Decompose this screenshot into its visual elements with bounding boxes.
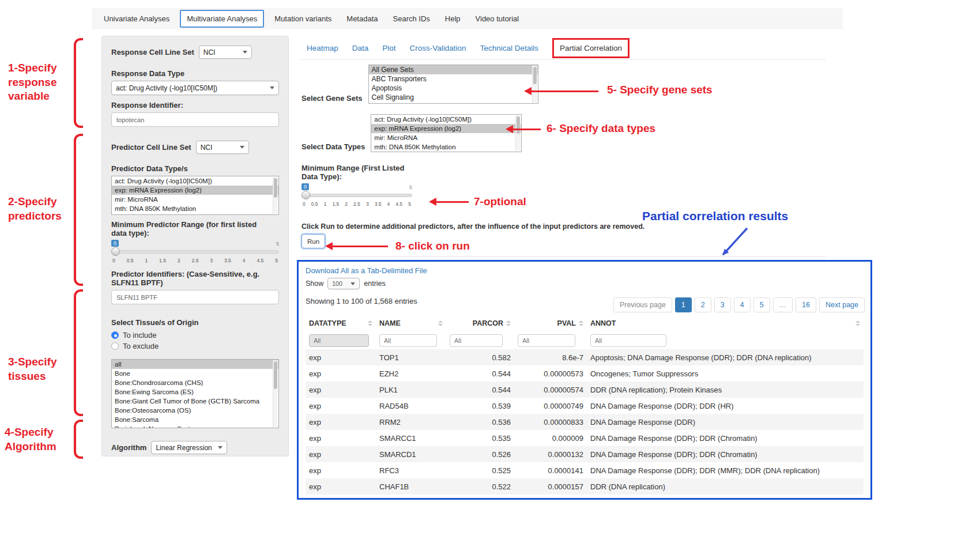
listbox-option[interactable]: Bone:Sarcoma: [112, 415, 278, 424]
filter-parcor-input[interactable]: [450, 334, 503, 347]
filter-datatype-input[interactable]: [309, 334, 369, 347]
column-header-datatype[interactable]: DATATYPE: [306, 315, 376, 332]
tissue-listbox[interactable]: all Bone Bone:Chondrosarcoma (CHS) Bone:…: [111, 359, 279, 428]
cell-parcor: 0.522: [446, 478, 514, 495]
slider-track[interactable]: [301, 194, 412, 197]
listbox-option[interactable]: Bone:Osteosarcoma (OS): [112, 406, 278, 415]
listbox-option[interactable]: mth: DNA 850K Methylation: [112, 204, 278, 213]
listbox-option[interactable]: ABC Transporters: [369, 74, 538, 84]
data-types-listbox[interactable]: act: Drug Activity (-log10[IC50M]) exp: …: [371, 114, 522, 152]
predictor-cell-line-set-select[interactable]: NCI: [196, 141, 249, 154]
listbox-option[interactable]: act: Drug Activity (-log10[IC50M]): [112, 176, 278, 186]
chevron-down-icon: [350, 282, 355, 285]
listbox-option[interactable]: act: Drug Activity (-log10[IC50M]): [371, 115, 521, 124]
tab-technical-details[interactable]: Technical Details: [480, 44, 538, 52]
nav-tab-video-tutorial[interactable]: Video tutorial: [471, 10, 524, 27]
cell-parcor: 0.525: [446, 462, 514, 478]
analysis-tab-bar: Heatmap Data Plot Cross-Validation Techn…: [300, 37, 826, 60]
listbox-option[interactable]: Peripheral_Nervous_System: [112, 424, 278, 428]
page-button-2[interactable]: 2: [695, 297, 711, 312]
listbox-option[interactable]: Apoptosis: [369, 84, 538, 93]
column-header-pval[interactable]: PVAL: [514, 315, 587, 332]
response-data-type-label: Response Data Type: [111, 69, 279, 78]
tab-heatmap[interactable]: Heatmap: [307, 44, 338, 52]
listbox-option[interactable]: mir: MicroRNA: [112, 195, 278, 204]
listbox-option-selected[interactable]: All Gene Sets: [369, 65, 538, 74]
response-identifier-input[interactable]: [111, 112, 279, 127]
tab-plot[interactable]: Plot: [382, 44, 395, 52]
results-table: DATATYPE NAME PARCOR PVAL ANNOT exp TOP1…: [306, 315, 864, 495]
tissue-exclude-radio[interactable]: To exclude: [111, 341, 279, 352]
listbox-option[interactable]: Bone: [112, 369, 278, 378]
filter-pval-input[interactable]: [518, 334, 575, 347]
nav-tab-help[interactable]: Help: [440, 10, 465, 27]
cell-datatype: exp: [306, 365, 376, 382]
page-button-3[interactable]: 3: [714, 297, 731, 312]
chevron-down-icon: [218, 446, 223, 449]
filter-name-input[interactable]: [379, 334, 437, 347]
listbox-option[interactable]: mth: DNA 850K Methylation: [371, 142, 521, 152]
listbox-option[interactable]: Bone:Chondrosarcoma (CHS): [112, 378, 278, 387]
filter-annot-input[interactable]: [590, 334, 666, 347]
scrollbar-thumb[interactable]: [274, 361, 277, 389]
run-button[interactable]: Run: [301, 234, 325, 248]
tab-data[interactable]: Data: [352, 44, 369, 52]
nav-tab-univariate-analyses[interactable]: Univariate Analyses: [99, 10, 174, 27]
listbox-option[interactable]: Bone:Giant Cell Tumor of Bone (GCTB) Sar…: [112, 397, 278, 406]
listbox-option[interactable]: mir: MicroRNA: [371, 133, 521, 142]
column-header-parcor[interactable]: PARCOR: [446, 315, 514, 332]
min-predictor-range-slider[interactable]: 0 5 00.511.522.533.544.55: [111, 240, 279, 265]
tab-cross-validation[interactable]: Cross-Validation: [410, 44, 466, 52]
results-panel: Download All as a Tab-Delimited File Sho…: [297, 260, 872, 500]
predictor-data-types-listbox[interactable]: act: Drug Activity (-log10[IC50M]) exp: …: [111, 176, 279, 215]
previous-page-button[interactable]: Previous page: [613, 297, 672, 312]
scrollbar-thumb[interactable]: [533, 67, 537, 84]
listbox-option-selected[interactable]: exp: mRNA Expression (log2): [112, 186, 278, 195]
predictor-identifiers-label: Predictor Identifiers: (Case-Sensitive, …: [111, 270, 276, 287]
page-length-select[interactable]: 100: [327, 278, 360, 289]
nav-tab-mutation-variants[interactable]: Mutation variants: [270, 10, 336, 27]
nav-tab-metadata[interactable]: Metadata: [342, 10, 382, 27]
column-header-name[interactable]: NAME: [376, 315, 446, 332]
annotation-bracket-2: [74, 134, 83, 286]
page-button-4[interactable]: 4: [734, 297, 751, 312]
gene-sets-listbox[interactable]: All Gene Sets ABC Transporters Apoptosis…: [368, 65, 538, 104]
page-button-1[interactable]: 1: [675, 297, 692, 312]
slider-handle[interactable]: [301, 191, 310, 199]
nav-tab-search-ids[interactable]: Search IDs: [389, 10, 435, 27]
chevron-down-icon: [243, 51, 247, 54]
tab-partial-correlation[interactable]: Partial Correlation: [552, 38, 630, 58]
scrollbar[interactable]: [273, 177, 278, 214]
page-button-5[interactable]: 5: [753, 297, 770, 312]
predictor-cell-line-set-label: Predictor Cell Line Set: [111, 143, 191, 152]
download-link[interactable]: Download All as a Tab-Delimited File: [306, 266, 427, 275]
listbox-option[interactable]: Cell Signaling: [369, 93, 538, 102]
tissue-include-radio[interactable]: To include: [111, 330, 279, 341]
response-cell-line-set-select[interactable]: NCI: [199, 46, 252, 59]
listbox-option-selected[interactable]: exp: mRNA Expression (log2): [371, 124, 521, 133]
page-button-16[interactable]: 16: [796, 297, 816, 312]
table-row: exp SMARCD1 0.526 0.0000132 DNA Damage R…: [306, 446, 864, 462]
nav-tab-multivariate-analyses[interactable]: Multivariate Analyses: [180, 10, 264, 28]
next-page-button[interactable]: Next page: [819, 297, 865, 312]
response-data-type-select[interactable]: act: Drug Activity (-log10[IC50M]): [111, 81, 279, 95]
scrollbar[interactable]: [532, 66, 537, 103]
sort-icon: [579, 320, 583, 326]
scrollbar[interactable]: [273, 360, 278, 427]
gene-sets-field: Select Gene Sets All Gene Sets ABC Trans…: [301, 65, 538, 104]
chevron-down-icon: [270, 86, 274, 89]
annotation-label-2: 2-Specify predictors: [8, 195, 71, 223]
table-row: exp TOP1 0.582 8.6e-7 Apoptosis; DNA Dam…: [306, 349, 864, 365]
listbox-option-selected[interactable]: all: [112, 360, 278, 369]
scrollbar-thumb[interactable]: [517, 116, 520, 134]
algorithm-select[interactable]: Linear Regression: [151, 441, 227, 454]
column-header-annot[interactable]: ANNOT: [587, 315, 864, 332]
slider-handle[interactable]: [111, 247, 120, 256]
predictor-identifiers-input[interactable]: [111, 290, 279, 304]
min-range-slider[interactable]: 0 5 00.511.522.533.544.55: [301, 183, 412, 209]
scrollbar[interactable]: [515, 115, 521, 151]
slider-track[interactable]: [111, 250, 279, 254]
listbox-option[interactable]: Bone:Ewing Sarcoma (ES): [112, 387, 278, 397]
cell-parcor: 0.582: [446, 349, 514, 365]
scrollbar-thumb[interactable]: [274, 178, 277, 198]
